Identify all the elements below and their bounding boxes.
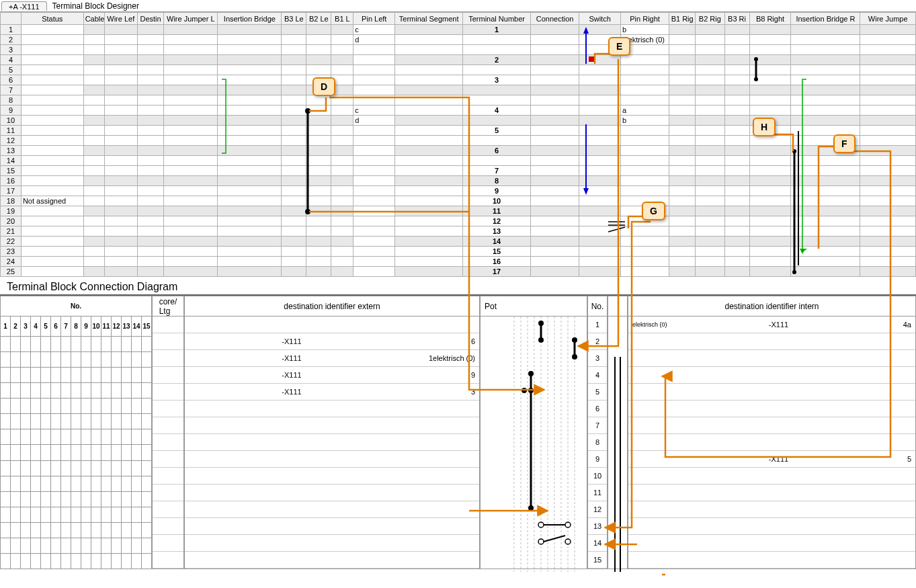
cell-connection[interactable] — [531, 267, 579, 277]
cell-switch[interactable] — [579, 25, 621, 35]
col-header[interactable]: Connection — [531, 13, 579, 25]
grid-cell[interactable] — [331, 126, 353, 136]
grid-cell[interactable] — [860, 95, 916, 106]
grid-cell[interactable] — [137, 176, 163, 186]
grid-cell[interactable] — [164, 226, 218, 237]
grid-cell[interactable] — [860, 25, 916, 35]
cell-pin-left[interactable] — [353, 75, 395, 85]
grid-cell[interactable] — [164, 45, 218, 55]
row-number[interactable]: 3 — [1, 45, 22, 55]
grid-cell[interactable] — [137, 95, 163, 106]
cell-segment[interactable] — [395, 25, 463, 35]
grid-cell[interactable] — [306, 136, 331, 146]
grid-cell[interactable] — [791, 35, 860, 45]
cell-pin-right[interactable] — [621, 237, 669, 247]
grid-cell[interactable] — [749, 216, 791, 226]
grid-cell[interactable] — [306, 166, 331, 176]
grid-cell[interactable] — [724, 156, 749, 166]
cell-pin-right[interactable] — [621, 247, 669, 257]
grid-cell[interactable] — [749, 106, 791, 116]
cell-pin-right[interactable] — [621, 186, 669, 196]
cell-status[interactable] — [21, 146, 83, 156]
grid-cell[interactable] — [104, 55, 137, 65]
cell-pin-left[interactable]: c — [353, 106, 395, 116]
cell-terminal-number[interactable] — [463, 35, 531, 45]
grid-cell[interactable] — [669, 226, 696, 237]
grid-cell[interactable] — [218, 25, 282, 35]
cell-segment[interactable] — [395, 156, 463, 166]
cell-segment[interactable] — [395, 237, 463, 247]
grid-cell[interactable] — [860, 267, 916, 277]
cell-connection[interactable] — [531, 106, 579, 116]
grid-cell[interactable] — [749, 176, 791, 186]
grid-cell[interactable] — [164, 75, 218, 85]
grid-cell[interactable] — [724, 247, 749, 257]
grid-cell[interactable] — [724, 106, 749, 116]
grid-cell[interactable] — [218, 45, 282, 55]
grid-cell[interactable] — [282, 25, 306, 35]
grid-cell[interactable] — [791, 55, 860, 65]
grid-cell[interactable] — [218, 176, 282, 186]
grid-cell[interactable] — [137, 226, 163, 237]
grid-cell[interactable] — [696, 247, 724, 257]
cell-terminal-number[interactable] — [463, 136, 531, 146]
grid-cell[interactable] — [306, 35, 331, 45]
grid-cell[interactable] — [282, 156, 306, 166]
cell-segment[interactable] — [395, 216, 463, 226]
cell-status[interactable] — [21, 25, 83, 35]
col-header[interactable]: Cable — [83, 13, 104, 25]
grid-cell[interactable] — [331, 65, 353, 75]
grid-cell[interactable] — [83, 156, 104, 166]
grid-cell[interactable] — [306, 146, 331, 156]
grid-cell[interactable] — [218, 35, 282, 45]
grid-cell[interactable] — [104, 247, 137, 257]
grid-cell[interactable] — [669, 55, 696, 65]
grid-cell[interactable] — [164, 196, 218, 206]
cell-segment[interactable] — [395, 166, 463, 176]
cell-pin-left[interactable] — [353, 206, 395, 216]
grid-cell[interactable] — [104, 106, 137, 116]
grid-cell[interactable] — [749, 45, 791, 55]
cell-status[interactable]: Not assigned — [21, 196, 83, 206]
cell-connection[interactable] — [531, 166, 579, 176]
grid-cell[interactable] — [669, 186, 696, 196]
grid-cell[interactable] — [669, 156, 696, 166]
col-header[interactable]: B2 Rig — [696, 13, 724, 25]
cell-terminal-number[interactable]: 14 — [463, 237, 531, 247]
cell-status[interactable] — [21, 45, 83, 55]
row-number[interactable]: 18 — [1, 196, 22, 206]
cell-segment[interactable] — [395, 55, 463, 65]
cell-connection[interactable] — [531, 45, 579, 55]
grid-cell[interactable] — [218, 136, 282, 146]
grid-cell[interactable] — [696, 126, 724, 136]
cell-terminal-number[interactable]: 11 — [463, 206, 531, 216]
row-number[interactable]: 21 — [1, 226, 22, 237]
grid-cell[interactable] — [331, 136, 353, 146]
grid-cell[interactable] — [282, 226, 306, 237]
cell-status[interactable] — [21, 106, 83, 116]
grid-cell[interactable] — [696, 186, 724, 196]
grid-cell[interactable] — [791, 206, 860, 216]
grid-cell[interactable] — [83, 196, 104, 206]
grid-cell[interactable] — [331, 186, 353, 196]
grid-cell[interactable] — [724, 166, 749, 176]
grid-cell[interactable] — [164, 25, 218, 35]
grid-cell[interactable] — [749, 85, 791, 95]
grid-cell[interactable] — [749, 267, 791, 277]
cell-switch[interactable] — [579, 95, 621, 106]
grid-cell[interactable] — [164, 267, 218, 277]
grid-cell[interactable] — [83, 186, 104, 196]
cell-terminal-number[interactable]: 15 — [463, 247, 531, 257]
grid-cell[interactable] — [669, 126, 696, 136]
col-header[interactable]: B1 L — [331, 13, 353, 25]
grid-cell[interactable] — [791, 106, 860, 116]
row-number[interactable]: 7 — [1, 85, 22, 95]
col-header[interactable] — [1, 13, 22, 25]
grid-cell[interactable] — [218, 65, 282, 75]
grid-cell[interactable] — [331, 196, 353, 206]
grid-cell[interactable] — [306, 106, 331, 116]
cell-pin-right[interactable] — [621, 75, 669, 85]
cell-connection[interactable] — [531, 95, 579, 106]
cell-terminal-number[interactable]: 13 — [463, 226, 531, 237]
cell-switch[interactable] — [579, 146, 621, 156]
